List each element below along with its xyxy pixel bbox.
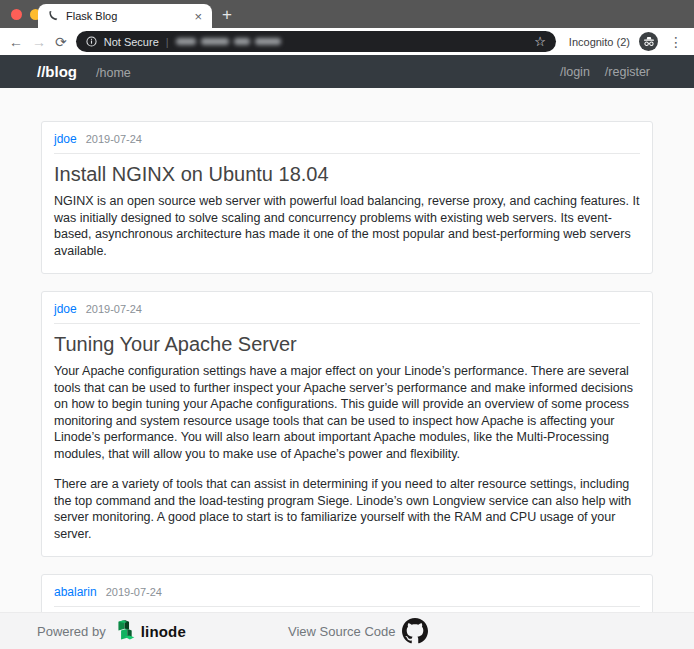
view-source-link[interactable]: View Source Code xyxy=(288,618,428,644)
post-excerpt: There are a variety of tools that can as… xyxy=(54,476,640,542)
page-footer: Powered by linode View Source Code xyxy=(0,612,694,649)
nav-link-register[interactable]: /register xyxy=(605,65,650,79)
browser-tab[interactable]: Flask Blog × xyxy=(38,4,212,28)
linode-link[interactable]: linode xyxy=(114,618,186,645)
post-title-link[interactable]: Install NGINX on Ubuntu 18.04 xyxy=(54,161,640,188)
powered-by-label: Powered by xyxy=(37,624,106,639)
address-bar[interactable]: Not Secure | ☆ xyxy=(76,31,556,52)
back-icon[interactable]: ← xyxy=(9,35,23,49)
post-metadata: abalarin 2019-07-24 xyxy=(54,585,640,607)
url-separator: | xyxy=(166,36,169,48)
nav-link-home[interactable]: /home xyxy=(96,66,131,80)
browser-tab-bar: Flask Blog × + xyxy=(0,0,694,28)
post-card: jdoe 2019-07-24 Install NGINX on Ubuntu … xyxy=(41,121,653,274)
linode-logo-icon xyxy=(114,618,137,645)
incognito-label: Incognito (2) xyxy=(569,36,630,48)
incognito-badge-icon[interactable] xyxy=(639,32,658,51)
github-icon xyxy=(402,618,428,644)
info-icon xyxy=(86,36,97,47)
close-window-button[interactable] xyxy=(11,9,22,20)
tab-close-icon[interactable]: × xyxy=(192,9,204,24)
browser-toolbar: ← → ⟳ Not Secure | ☆ Incognito (2) xyxy=(0,28,694,55)
new-tab-button[interactable]: + xyxy=(222,3,232,27)
post-list: jdoe 2019-07-24 Install NGINX on Ubuntu … xyxy=(0,88,694,649)
nav-link-login[interactable]: /login xyxy=(560,65,590,79)
security-label[interactable]: Not Secure xyxy=(104,36,159,48)
post-date: 2019-07-24 xyxy=(86,303,142,315)
post-metadata: jdoe 2019-07-24 xyxy=(54,302,640,324)
tab-title: Flask Blog xyxy=(66,10,192,22)
post-excerpt: NGINX is an open source web server with … xyxy=(54,193,640,259)
post-date: 2019-07-24 xyxy=(106,586,162,598)
navbar-brand[interactable]: //blog xyxy=(37,63,77,80)
linode-wordmark: linode xyxy=(141,623,186,640)
browser-window: Flask Blog × + ← → ⟳ Not Secure | ☆ Inco… xyxy=(0,0,694,649)
post-author-link[interactable]: jdoe xyxy=(54,302,77,316)
view-source-label: View Source Code xyxy=(288,624,395,639)
post-metadata: jdoe 2019-07-24 xyxy=(54,132,640,154)
forward-icon[interactable]: → xyxy=(32,35,46,49)
redacted-url xyxy=(176,38,281,45)
flask-favicon-icon xyxy=(48,10,59,22)
post-card: jdoe 2019-07-24 Tuning Your Apache Serve… xyxy=(41,291,653,557)
post-author-link[interactable]: abalarin xyxy=(54,585,97,599)
browser-menu-icon[interactable]: ⋮ xyxy=(667,34,685,50)
post-title-link[interactable]: Tuning Your Apache Server xyxy=(54,331,640,358)
post-excerpt: Your Apache configuration settings have … xyxy=(54,363,640,462)
post-date: 2019-07-24 xyxy=(86,133,142,145)
post-author-link[interactable]: jdoe xyxy=(54,132,77,146)
reload-icon[interactable]: ⟳ xyxy=(55,35,67,49)
bookmark-star-icon[interactable]: ☆ xyxy=(534,34,546,49)
site-navbar: //blog /home /login /register xyxy=(0,55,694,88)
